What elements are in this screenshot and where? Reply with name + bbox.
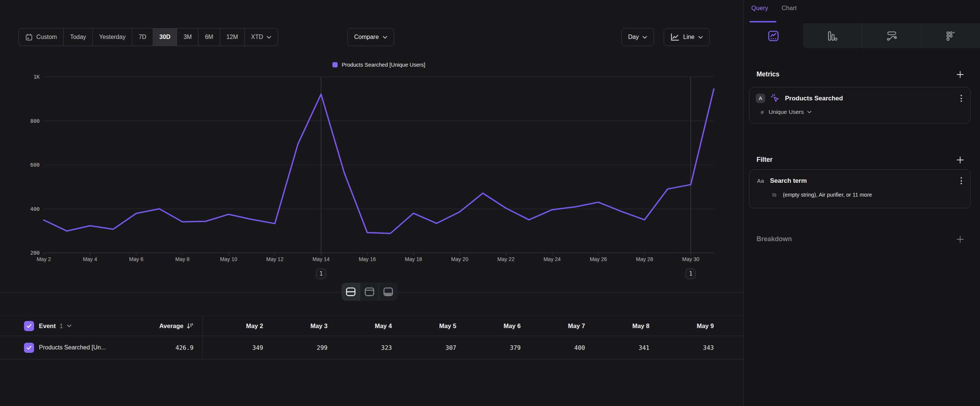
check-icon (26, 345, 32, 350)
metric-letter-badge: A (756, 94, 765, 103)
layout-table-maximized-button[interactable] (379, 283, 398, 301)
table-row: Products Searched [Un...426.934929932330… (0, 336, 743, 360)
chevron-down-icon (267, 36, 271, 39)
x-tick-label: May 18 (405, 256, 422, 262)
add-breakdown-button[interactable] (956, 235, 964, 245)
compare-label: Compare (354, 34, 379, 40)
add-metric-button[interactable] (956, 70, 964, 80)
table-column-divider (202, 316, 203, 360)
date-column-header: May 6 (503, 322, 521, 330)
range-yesterday[interactable]: Yesterday (93, 29, 132, 46)
range-30d[interactable]: 30D (153, 29, 177, 46)
filter-property-name: Search term (770, 177, 953, 185)
funnels-icon (827, 30, 838, 41)
x-tick-label: May 24 (544, 256, 561, 262)
report-type-insights[interactable] (744, 23, 803, 48)
date-column-header: May 4 (375, 322, 392, 330)
chevron-down-icon (383, 36, 387, 39)
x-tick-label: May 8 (175, 256, 189, 262)
report-type-retention[interactable] (921, 23, 980, 48)
x-tick-label: May 16 (359, 256, 376, 262)
row-value-cell: 400 (574, 344, 585, 351)
chevron-down-icon (698, 36, 703, 39)
query-panel: Query Chart (743, 0, 980, 406)
filter-more-options-button[interactable] (958, 176, 964, 186)
range-12m[interactable]: 12M (220, 29, 245, 46)
aggregation-label: Unique Users (768, 108, 804, 115)
chart-legend: Products Searched [Unique Users] (44, 62, 714, 68)
row-value-cell: 323 (381, 344, 392, 351)
annotation-badge[interactable]: 1 (686, 269, 696, 279)
report-type-funnels[interactable] (803, 23, 862, 48)
range-3m[interactable]: 3M (177, 29, 198, 46)
range-7d[interactable]: 7D (132, 29, 153, 46)
x-tick-label: May 26 (590, 256, 607, 262)
row-value-cell: 343 (703, 344, 714, 351)
row-checkbox[interactable] (24, 343, 34, 353)
tab-query[interactable]: Query (751, 5, 768, 17)
breakdown-heading: Breakdown (757, 235, 792, 243)
chevron-down-icon[interactable] (67, 324, 72, 327)
report-type-flows[interactable] (862, 23, 921, 48)
analysis-pane: CustomTodayYesterday7D30D3M6M12MXTD Comp… (0, 0, 743, 406)
insights-icon (768, 30, 779, 41)
split-view-icon (346, 287, 356, 296)
chart-maximized-icon (364, 287, 374, 296)
row-average-value: 426.9 (175, 344, 194, 351)
range-label: 7D (138, 34, 146, 40)
x-tick-label: May 4 (83, 256, 97, 262)
annotation-row: 11 (44, 269, 714, 280)
range-label: XTD (251, 34, 263, 40)
add-filter-button[interactable] (956, 156, 964, 166)
compare-button[interactable]: Compare (347, 28, 394, 46)
plus-icon (956, 156, 964, 164)
event-header-label: Event (39, 322, 56, 330)
metric-event-name: Products Searched (785, 95, 953, 102)
y-tick-label: 800 (30, 118, 40, 124)
filter-value[interactable]: (empty string), Air purifier, or 11 more (783, 192, 872, 198)
layout-chart-maximized-button[interactable] (360, 283, 379, 301)
tab-chart[interactable]: Chart (782, 5, 797, 17)
metrics-heading: Metrics (757, 70, 780, 78)
metric-card[interactable]: A Products Searched # Unique Users (749, 87, 970, 124)
range-label: Custom (36, 34, 57, 40)
series-line[interactable] (44, 89, 714, 233)
panel-tabs: Query Chart (751, 5, 797, 17)
range-custom[interactable]: Custom (19, 29, 64, 46)
aggregation-symbol: # (760, 109, 764, 115)
granularity-label: Day (628, 34, 639, 40)
chevron-down-icon (807, 110, 811, 113)
metric-more-options-button[interactable] (958, 93, 964, 103)
chevron-down-icon (642, 36, 647, 39)
x-tick-label: May 14 (313, 256, 330, 262)
y-tick-label: 600 (30, 162, 40, 168)
row-value-cell: 307 (445, 344, 456, 351)
average-header-label: Average (159, 322, 183, 330)
annotation-badge[interactable]: 1 (316, 269, 326, 279)
event-count: 1 (59, 322, 63, 330)
layout-split-view-button[interactable] (341, 283, 360, 301)
filter-card[interactable]: Aa Search term Is (empty string), Air pu… (749, 169, 970, 208)
date-column-header: May 2 (246, 322, 263, 330)
date-column-header: May 5 (439, 322, 456, 330)
filter-operator[interactable]: Is (772, 192, 776, 198)
range-label: Today (70, 34, 86, 40)
range-6m[interactable]: 6M (198, 29, 220, 46)
aggregation-selector[interactable]: Unique Users (768, 108, 811, 115)
x-tick-label: May 30 (682, 256, 699, 262)
range-xtd[interactable]: XTD (245, 29, 278, 46)
sort-descending-icon[interactable] (186, 322, 194, 330)
granularity-button[interactable]: Day (621, 28, 654, 46)
chart-type-button[interactable]: Line (664, 28, 710, 46)
results-table: Event 1 Average May 2May 3May 4May 5May … (0, 316, 743, 360)
series-label: Products Searched [Unique Users] (342, 62, 425, 68)
range-today[interactable]: Today (64, 29, 93, 46)
select-all-checkbox[interactable] (24, 321, 34, 331)
x-tick-label: May 12 (266, 256, 283, 262)
x-tick-label: May 10 (220, 256, 237, 262)
row-value-cell: 379 (510, 344, 521, 351)
y-axis: 1K800600400200 (15, 77, 40, 253)
line-chart[interactable] (44, 77, 714, 253)
date-range-group: CustomTodayYesterday7D30D3M6M12MXTD (18, 28, 278, 46)
range-label: 30D (159, 34, 170, 40)
